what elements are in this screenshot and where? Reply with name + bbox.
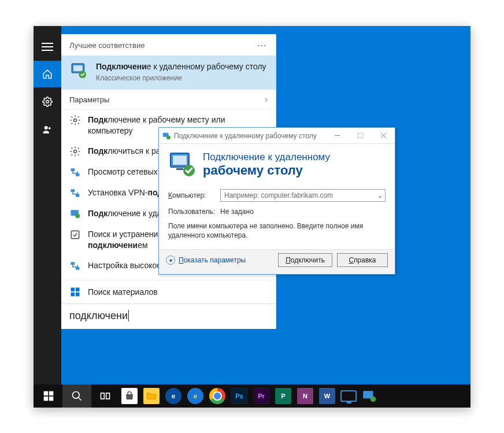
onenote-icon[interactable]: N (297, 388, 313, 404)
svg-rect-32 (176, 168, 183, 170)
store-row-label: Поиск материалов (88, 287, 158, 297)
rdp-body: Компьютер: Например: computer.fabrikam.c… (159, 184, 395, 249)
show-parameters-link[interactable]: ▾ Показать параметры (166, 256, 246, 265)
chevron-down-icon: ⌄ (377, 192, 383, 199)
rdp-footer: ▾ Показать параметры Подключить Справка (159, 249, 395, 274)
network-icon (69, 187, 81, 199)
rdp-button-row: Подключить Справка (278, 253, 388, 267)
rdp-banner: Подключение к удаленному рабочему столу (159, 144, 395, 184)
network-icon (69, 166, 81, 178)
file-explorer-icon[interactable] (143, 388, 160, 404)
taskbar-search-button[interactable] (62, 384, 91, 408)
svg-point-9 (74, 119, 77, 122)
svg-point-16 (75, 213, 80, 218)
computer-row: Компьютер: Например: computer.fabrikam.c… (168, 189, 386, 202)
best-match-item[interactable]: Подключение к удаленному рабочему столу … (61, 55, 276, 90)
rdp-titlebar[interactable]: Подключение к удаленному рабочему столу (159, 128, 395, 144)
window-controls (325, 128, 395, 144)
more-icon[interactable]: ⋯ (257, 40, 268, 51)
svg-rect-31 (173, 156, 187, 165)
svg-rect-11 (71, 168, 75, 171)
windows-store-icon (69, 286, 81, 298)
store-app-icon[interactable] (121, 388, 138, 404)
svg-point-4 (45, 126, 48, 129)
taskbar: e e Ps Pr P N W (34, 384, 470, 408)
titlebar-text: Подключение к удаленному рабочему столу (174, 132, 317, 140)
best-match-header: Лучшее соответствие ⋯ (61, 34, 276, 55)
rdp-app-icon (69, 61, 89, 81)
svg-point-8 (79, 71, 86, 78)
chrome-icon[interactable] (209, 388, 225, 404)
settings-icon[interactable] (34, 88, 61, 115)
svg-rect-17 (71, 231, 79, 238)
user-value: Не задано (220, 208, 254, 216)
svg-rect-21 (76, 287, 80, 291)
desktop-frame: Лучшее соответствие ⋯ Подключение к удал… (34, 26, 470, 408)
svg-point-38 (73, 392, 80, 399)
word-icon[interactable]: W (319, 388, 335, 404)
svg-rect-34 (44, 391, 49, 396)
start-rail (34, 26, 61, 408)
svg-rect-37 (49, 397, 54, 401)
photoshop-icon[interactable]: Ps (231, 388, 247, 404)
svg-rect-35 (49, 391, 54, 396)
rdp-titlebar-icon (162, 132, 171, 140)
titlebar-left: Подключение к удаленному рабочему столу (159, 132, 317, 140)
premiere-icon[interactable]: Pr (253, 388, 269, 404)
best-match-label: Лучшее соответствие (69, 41, 144, 50)
network-icon (69, 260, 81, 272)
publisher-icon[interactable]: P (275, 388, 291, 404)
edge-icon[interactable]: e (165, 388, 181, 404)
svg-rect-18 (71, 262, 75, 265)
rdp-banner-text: Подключение к удаленному рабочему столу (203, 151, 330, 179)
desktop-area: Лучшее соответствие ⋯ Подключение к удал… (61, 26, 470, 408)
user-row: Пользователь: Не задано (168, 208, 386, 216)
section-parameters[interactable]: Параметры › (61, 90, 276, 110)
svg-rect-36 (44, 397, 49, 401)
section-label: Параметры (69, 95, 109, 104)
rdp-dialog: Подключение к удаленному рабочему столу … (158, 127, 395, 275)
expand-down-icon: ▾ (166, 256, 175, 265)
computer-label: Компьютер: (168, 191, 213, 199)
svg-point-3 (46, 101, 49, 103)
svg-rect-23 (76, 292, 80, 296)
task-view-button[interactable] (92, 384, 118, 408)
svg-rect-41 (106, 393, 110, 399)
svg-rect-20 (71, 287, 75, 291)
hint-text: Поле имени компьютера не заполнено. Введ… (168, 221, 386, 240)
best-match-text: Подключение к удаленному рабочему столу … (96, 61, 266, 83)
svg-rect-40 (101, 393, 105, 399)
gear-icon (69, 114, 81, 126)
start-button[interactable] (36, 384, 61, 408)
chevron-right-icon: › (265, 94, 268, 105)
connect-button[interactable]: Подключить (278, 253, 332, 267)
people-icon[interactable] (34, 116, 61, 143)
search-input[interactable]: подключени (61, 304, 276, 329)
rdp-icon (69, 208, 81, 220)
minimize-button[interactable] (325, 128, 349, 144)
rdp-taskbar-icon[interactable] (360, 384, 379, 408)
svg-rect-22 (71, 292, 75, 296)
search-value: подключени (69, 310, 128, 322)
user-label: Пользователь: (168, 208, 213, 216)
svg-rect-7 (73, 65, 83, 71)
monitor-icon[interactable] (339, 384, 358, 408)
gear-icon (69, 146, 81, 157)
computer-placeholder: Например: computer.fabrikam.com (224, 191, 333, 199)
svg-rect-13 (71, 189, 75, 192)
troubleshoot-icon (69, 229, 81, 240)
svg-line-39 (79, 398, 81, 401)
close-button[interactable] (372, 128, 395, 144)
computer-combobox[interactable]: Например: computer.fabrikam.com ⌄ (220, 189, 386, 202)
ie-icon[interactable]: e (187, 388, 203, 404)
rdp-banner-icon (168, 151, 196, 179)
svg-point-25 (166, 135, 171, 139)
home-icon[interactable] (34, 61, 61, 87)
maximize-button[interactable] (349, 128, 372, 144)
store-search-row[interactable]: Поиск материалов (61, 280, 276, 304)
hamburger-button[interactable] (34, 34, 61, 60)
svg-rect-27 (358, 133, 362, 138)
text-cursor (128, 310, 129, 321)
svg-point-5 (49, 127, 51, 129)
help-button[interactable]: Справка (337, 253, 388, 267)
